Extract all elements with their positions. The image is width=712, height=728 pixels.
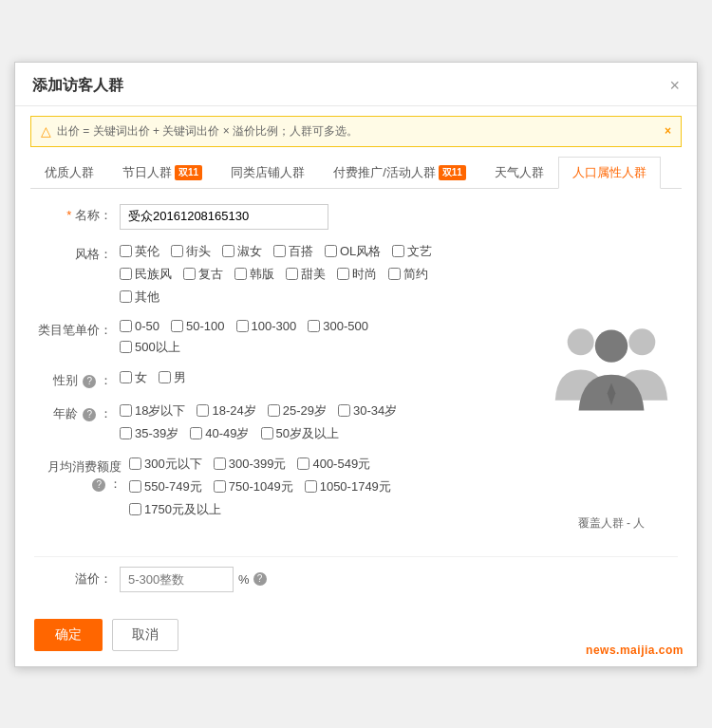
- tab-holiday[interactable]: 节日人群 双11: [108, 157, 216, 188]
- form-area: * 名称： 风格： 英伦 街头 淑女 百搭 OL风格 文艺: [34, 204, 535, 532]
- style-checkbox-其他[interactable]: 其他: [120, 289, 159, 306]
- monthly-checkbox-750-1049[interactable]: 750-1049元: [214, 478, 293, 495]
- monthly-help-icon[interactable]: ?: [92, 478, 105, 492]
- tab-weather[interactable]: 天气人群: [480, 157, 558, 188]
- style-checkbox-时尚[interactable]: 时尚: [337, 266, 377, 283]
- style-checkbox-OL风格[interactable]: OL风格: [325, 243, 381, 260]
- style-check-民族风[interactable]: [120, 268, 132, 280]
- style-checkbox-甜美[interactable]: 甜美: [286, 266, 326, 283]
- warning-icon: △: [41, 123, 51, 139]
- age-label-text: 年龄: [53, 406, 78, 420]
- style-checkbox-街头[interactable]: 街头: [171, 243, 211, 260]
- price-check-300-500[interactable]: [308, 320, 320, 332]
- age-help-icon[interactable]: ?: [83, 408, 96, 421]
- monthly-check-under300[interactable]: [129, 457, 141, 470]
- premium-help-icon[interactable]: ?: [253, 572, 267, 586]
- price-checkbox-500plus[interactable]: 500以上: [120, 339, 180, 356]
- monthly-check-550-749[interactable]: [129, 480, 141, 493]
- watermark: news.maijia.com: [586, 644, 684, 657]
- name-input[interactable]: [120, 204, 328, 230]
- age-checkbox-30-34[interactable]: 30-34岁: [338, 402, 397, 420]
- tab-paid-badge: 双11: [439, 165, 466, 180]
- monthly-checkbox-1050-1749[interactable]: 1050-1749元: [305, 478, 391, 495]
- dialog-header: 添加访客人群 ×: [15, 63, 697, 106]
- style-check-文艺[interactable]: [392, 245, 404, 257]
- tab-paid[interactable]: 付费推广/活动人群 双11: [319, 157, 480, 188]
- monthly-checkbox-300-399[interactable]: 300-399元: [214, 456, 287, 473]
- style-check-街头[interactable]: [171, 245, 183, 257]
- tab-demographic[interactable]: 人口属性人群: [558, 157, 661, 189]
- style-checkbox-韩版[interactable]: 韩版: [234, 266, 274, 283]
- price-checkbox-0-50[interactable]: 0-50: [120, 319, 159, 333]
- notice-text: 出价 = 关键词出价 + 关键词出价 × 溢价比例；人群可多选。: [57, 123, 358, 140]
- age-checkbox-under18[interactable]: 18岁以下: [120, 402, 185, 420]
- age-check-50plus[interactable]: [261, 427, 273, 439]
- age-label: 年龄 ? ：: [34, 402, 120, 422]
- monthly-check-750-1049[interactable]: [214, 480, 226, 493]
- age-check-35-39[interactable]: [120, 427, 132, 439]
- price-check-50-100[interactable]: [171, 320, 183, 332]
- age-checkbox-50plus[interactable]: 50岁及以上: [261, 425, 339, 442]
- age-check-30-34[interactable]: [338, 404, 350, 417]
- monthly-checkbox-550-749[interactable]: 550-749元: [129, 478, 202, 495]
- name-content: [120, 204, 535, 230]
- gender-label-text: 性别: [53, 373, 78, 387]
- price-checkbox-50-100[interactable]: 50-100: [171, 319, 224, 333]
- price-checkbox-100-300[interactable]: 100-300: [236, 319, 297, 333]
- cancel-button[interactable]: 取消: [112, 619, 178, 651]
- gender-help-icon[interactable]: ?: [83, 375, 96, 388]
- tab-similar[interactable]: 同类店铺人群: [216, 157, 319, 188]
- gender-check-male[interactable]: [159, 371, 171, 383]
- style-check-韩版[interactable]: [234, 268, 247, 280]
- age-checkbox-18-24[interactable]: 18-24岁: [197, 402, 255, 420]
- monthly-content: 300元以下 300-399元 400-549元 550-749元 750-10…: [129, 456, 535, 518]
- age-check-25-29[interactable]: [268, 404, 280, 417]
- gender-checkbox-male[interactable]: 男: [159, 369, 186, 386]
- monthly-check-400-549[interactable]: [297, 457, 309, 470]
- style-check-复古[interactable]: [183, 268, 196, 280]
- monthly-group-row1: 300元以下 300-399元 400-549元: [129, 456, 535, 473]
- monthly-checkbox-under300[interactable]: 300元以下: [129, 456, 202, 473]
- monthly-check-1750plus[interactable]: [129, 503, 141, 515]
- style-checkbox-简约[interactable]: 简约: [388, 266, 428, 283]
- watermark-brand: maijia: [620, 644, 655, 657]
- monthly-checkbox-1750plus[interactable]: 1750元及以上: [129, 501, 221, 518]
- age-checkbox-25-29[interactable]: 25-29岁: [268, 402, 327, 420]
- tabs: 优质人群 节日人群 双11 同类店铺人群 付费推广/活动人群 双11 天气人群 …: [30, 157, 682, 189]
- price-checkbox-300-500[interactable]: 300-500: [308, 319, 368, 333]
- style-checkbox-民族风[interactable]: 民族风: [120, 266, 172, 283]
- style-check-OL风格[interactable]: [325, 245, 337, 257]
- premium-input[interactable]: [120, 567, 234, 592]
- gender-check-female[interactable]: [120, 371, 132, 383]
- price-check-500plus[interactable]: [120, 341, 132, 353]
- price-check-0-50[interactable]: [120, 320, 132, 332]
- style-checkbox-文艺[interactable]: 文艺: [392, 243, 432, 260]
- style-check-英伦[interactable]: [120, 245, 132, 257]
- svg-point-0: [568, 328, 594, 355]
- monthly-check-1050-1749[interactable]: [305, 480, 317, 493]
- style-check-甜美[interactable]: [286, 268, 298, 280]
- tab-quality[interactable]: 优质人群: [30, 157, 108, 188]
- monthly-row: 月均消费额度 ? ： 300元以下 300-399元 400-549元 550-…: [34, 456, 535, 518]
- close-button[interactable]: ×: [669, 77, 680, 94]
- monthly-checkbox-400-549[interactable]: 400-549元: [297, 456, 370, 473]
- style-check-时尚[interactable]: [337, 268, 349, 280]
- confirm-button[interactable]: 确定: [34, 619, 103, 651]
- style-check-其他[interactable]: [120, 290, 132, 303]
- style-checkbox-百搭[interactable]: 百搭: [273, 243, 313, 260]
- style-check-简约[interactable]: [388, 268, 401, 280]
- age-check-under18[interactable]: [120, 404, 132, 417]
- monthly-check-300-399[interactable]: [214, 457, 226, 470]
- age-check-40-49[interactable]: [190, 427, 202, 439]
- age-checkbox-40-49[interactable]: 40-49岁: [190, 425, 249, 442]
- price-check-100-300[interactable]: [236, 320, 249, 332]
- age-checkbox-35-39[interactable]: 35-39岁: [120, 425, 178, 442]
- gender-checkbox-female[interactable]: 女: [120, 369, 147, 386]
- style-checkbox-淑女[interactable]: 淑女: [222, 243, 262, 260]
- style-check-淑女[interactable]: [222, 245, 234, 257]
- style-check-百搭[interactable]: [273, 245, 286, 257]
- notice-close-button[interactable]: ×: [665, 124, 671, 138]
- age-check-18-24[interactable]: [197, 404, 209, 417]
- style-checkbox-复古[interactable]: 复古: [183, 266, 223, 283]
- style-checkbox-英伦[interactable]: 英伦: [120, 243, 159, 260]
